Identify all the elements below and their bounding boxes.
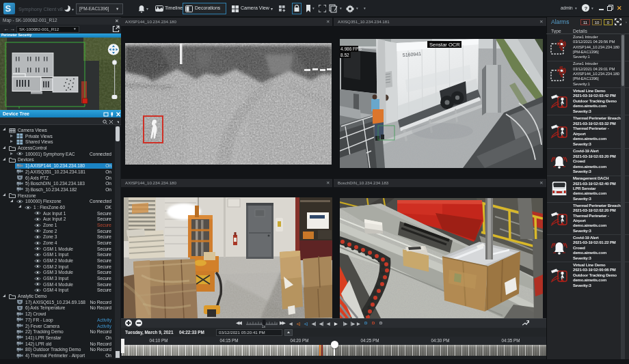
svg-text:Senstar OCR: Senstar OCR (429, 42, 460, 48)
svg-text:4.986 FPS: 4.986 FPS (340, 46, 362, 51)
svg-text:8.52: 8.52 (340, 53, 349, 57)
